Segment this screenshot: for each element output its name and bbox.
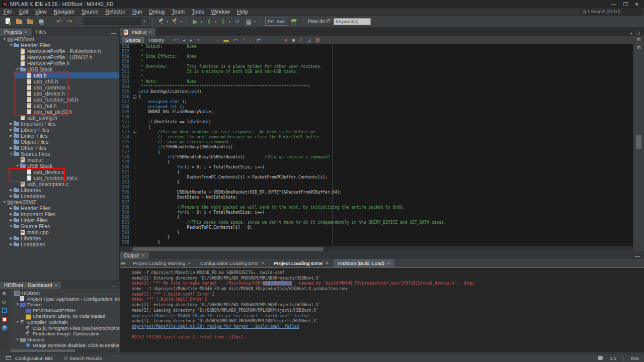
chevron-right-icon[interactable]: ▶ bbox=[9, 145, 14, 151]
dashboard-item-usage-symbols-disabled-click-to-enable-l[interactable]: Usage Symbols disabled. Click to enable … bbox=[9, 342, 120, 348]
tree-item-header-files[interactable]: ▼Header Files bbox=[0, 42, 119, 48]
goto-header-icon[interactable]: ▦ bbox=[315, 36, 319, 44]
chevron-down-icon[interactable]: ▼ bbox=[15, 337, 20, 343]
fold-marker-icon[interactable] bbox=[131, 95, 138, 100]
close-icon[interactable]: ✕ bbox=[326, 261, 329, 265]
notifications-icon[interactable] bbox=[598, 356, 603, 360]
undo-icon[interactable]: ↶ bbox=[55, 18, 63, 26]
chevron-down-icon[interactable]: ▼ bbox=[2, 199, 7, 205]
tree-item-usb-device-c[interactable]: usb_device.c bbox=[0, 169, 119, 175]
editor-vscrollbar-thumb[interactable] bbox=[636, 135, 641, 149]
project-properties-icon[interactable]: ⚙ bbox=[2, 291, 8, 297]
project-window-icon[interactable] bbox=[2, 308, 8, 314]
tree-item-other-files[interactable]: ▶Other Files bbox=[0, 145, 119, 151]
next-occurrence-icon[interactable]: → bbox=[214, 36, 219, 44]
console-link-line[interactable]: nbproject/Makefile-MX440_FD.mk:78: recip… bbox=[132, 314, 644, 319]
tree-item-hardwareprofile-ubw32-h[interactable]: HardwareProfile - UBW32.h bbox=[0, 54, 119, 60]
chevron-right-icon[interactable]: ▶ bbox=[9, 217, 14, 223]
save-all-icon[interactable] bbox=[37, 18, 45, 26]
tree-item-usb-ch9-h[interactable]: usb_ch9.h bbox=[0, 78, 119, 84]
fold-marker-icon[interactable] bbox=[131, 130, 138, 135]
clean-build-project-icon[interactable] bbox=[171, 18, 179, 25]
tree-item-test32mz[interactable]: ▼test32MZ bbox=[0, 199, 119, 205]
back-history-icon[interactable]: ← bbox=[265, 36, 270, 44]
chevron-right-icon[interactable]: ▶ bbox=[9, 127, 14, 133]
cart-icon[interactable] bbox=[290, 18, 298, 26]
chevron-down-icon[interactable]: ▼ bbox=[9, 151, 14, 157]
source-view-button[interactable]: Source bbox=[122, 37, 144, 43]
tree-item-usb-device-h[interactable]: usb_device.h bbox=[0, 90, 119, 97]
keyword-search-input[interactable] bbox=[334, 18, 371, 25]
chevron-right-icon[interactable]: ▶ bbox=[9, 205, 14, 211]
close-icon[interactable]: ✕ bbox=[141, 253, 145, 258]
move-up-icon[interactable]: ↑ bbox=[243, 36, 245, 44]
chevron-down-icon[interactable]: ▼ bbox=[9, 223, 14, 229]
read-device-icon[interactable]: ⇧ bbox=[219, 18, 227, 26]
dashboard-item-hidboot[interactable]: HIDBoot bbox=[9, 290, 120, 296]
ide-search-box[interactable]: ▾ Search (Ctrl+I) bbox=[581, 9, 642, 15]
chevron-down-icon[interactable]: ▼ bbox=[15, 319, 20, 325]
pdf-report-icon[interactable] bbox=[2, 316, 8, 322]
rectangular-selection-icon[interactable]: ▭ bbox=[233, 36, 237, 44]
tree-item-source-files[interactable]: ▼Source Files bbox=[0, 151, 119, 157]
toggle-highlight-icon[interactable]: ▬ bbox=[223, 36, 228, 44]
tree-item-usb-h[interactable]: usb.h bbox=[0, 72, 119, 78]
tree-item-usb-hal-h[interactable]: usb_hal.h bbox=[0, 103, 119, 109]
jump-last-edit-icon[interactable]: ↩ bbox=[174, 36, 178, 44]
shift-line-icon[interactable]: ◢ bbox=[307, 36, 311, 44]
dashboard-item-device[interactable]: ▼Device bbox=[9, 302, 120, 308]
back-icon[interactable]: ◂ bbox=[183, 36, 185, 44]
menu-window[interactable]: Window bbox=[208, 9, 233, 15]
chevron-right-icon[interactable]: ▶ bbox=[9, 121, 14, 127]
tree-item-linker-files[interactable]: ▶Linker Files bbox=[0, 217, 119, 223]
tree-item-usb-stack[interactable]: ▼USB Stack bbox=[0, 66, 119, 72]
tree-item-loadables[interactable]: ▶Loadables bbox=[0, 193, 119, 199]
chevron-right-icon[interactable]: ▶ bbox=[9, 193, 14, 199]
tree-item-hardwareprofile-fubarduino-h[interactable]: HardwareProfile - Fubarduino.h bbox=[0, 48, 119, 54]
dashboard-hscrollbar[interactable] bbox=[9, 349, 117, 352]
close-icon[interactable]: ✕ bbox=[261, 261, 265, 265]
tab-projects[interactable]: Projects✕ bbox=[0, 28, 32, 36]
tab-dashboard[interactable]: HIDBoot - Dashboard✕ bbox=[0, 282, 61, 289]
console-link-line[interactable]: nbproject/Makefile-impl.mk:39: recipe fo… bbox=[132, 324, 644, 330]
scroll-tabs-icon[interactable]: ▾ bbox=[630, 31, 632, 36]
dashboard-item-production-image-optimization-[interactable]: Production Image: Optimization: bbox=[9, 331, 120, 337]
comment-icon[interactable]: // bbox=[299, 36, 302, 44]
close-button[interactable]: ✕ bbox=[635, 2, 639, 7]
project-configuration-select[interactable]: ▾ bbox=[84, 18, 148, 25]
close-icon[interactable]: ✕ bbox=[54, 283, 58, 288]
tree-item-hidboot[interactable]: ▼HIDBoot bbox=[0, 36, 119, 42]
chevron-right-icon[interactable]: ▶ bbox=[9, 235, 14, 241]
find-selection-icon[interactable]: ○ bbox=[197, 36, 200, 44]
tree-item-library-files[interactable]: ▶Library Files bbox=[0, 127, 119, 133]
tree-item-usb-config-h[interactable]: usb_config.h bbox=[0, 115, 119, 121]
tree-item-source-files[interactable]: ▼Source Files bbox=[0, 223, 119, 229]
chevron-right-icon[interactable]: ▶ bbox=[9, 187, 14, 193]
menu-debug[interactable]: Debug bbox=[145, 9, 168, 15]
tree-item-usb-common-h[interactable]: usb_common.h bbox=[0, 84, 119, 90]
minimize-panel-icon[interactable]: — bbox=[112, 284, 117, 289]
close-icon[interactable]: ✕ bbox=[188, 261, 191, 265]
tree-item-main-c[interactable]: main.c bbox=[0, 157, 119, 163]
close-icon[interactable]: ✕ bbox=[148, 30, 152, 34]
chevron-right-icon[interactable]: ▶ bbox=[9, 241, 14, 247]
tab-main-c[interactable]: main.c ✕ bbox=[120, 28, 155, 36]
tab-output[interactable]: Output✕ bbox=[120, 252, 149, 259]
tab-files[interactable]: Files bbox=[32, 28, 50, 36]
tree-item-linker-files[interactable]: ▶Linker Files bbox=[0, 133, 119, 139]
code-editor[interactable]: 556 * Output: None557 *558 * Side Effect… bbox=[120, 44, 644, 246]
program-device-icon[interactable]: ⇩ bbox=[205, 18, 213, 26]
tree-item-libraries[interactable]: ▶Libraries bbox=[0, 187, 119, 193]
previous-occurrence-icon[interactable]: ← bbox=[204, 36, 209, 44]
stop-macro-icon[interactable]: ■ bbox=[292, 36, 295, 44]
tree-item-usb-function-hid-c[interactable]: usb_function_hid.c bbox=[0, 175, 119, 181]
menu-source[interactable]: Source bbox=[78, 9, 102, 15]
maximize-editor-icon[interactable]: ❒ bbox=[636, 31, 640, 36]
move-down-icon[interactable]: ↓ bbox=[250, 36, 252, 44]
chevron-down-icon[interactable]: ▼ bbox=[9, 42, 14, 48]
build-project-icon[interactable] bbox=[157, 18, 165, 25]
dashboard-item-checksum-blank-no-code-loaded[interactable]: Checksum: Blank, no code loaded bbox=[9, 313, 120, 319]
close-icon[interactable]: ✕ bbox=[387, 261, 390, 265]
menu-refactor[interactable]: Refactor bbox=[102, 9, 129, 15]
chevron-down-icon[interactable]: ▼ bbox=[15, 163, 20, 169]
